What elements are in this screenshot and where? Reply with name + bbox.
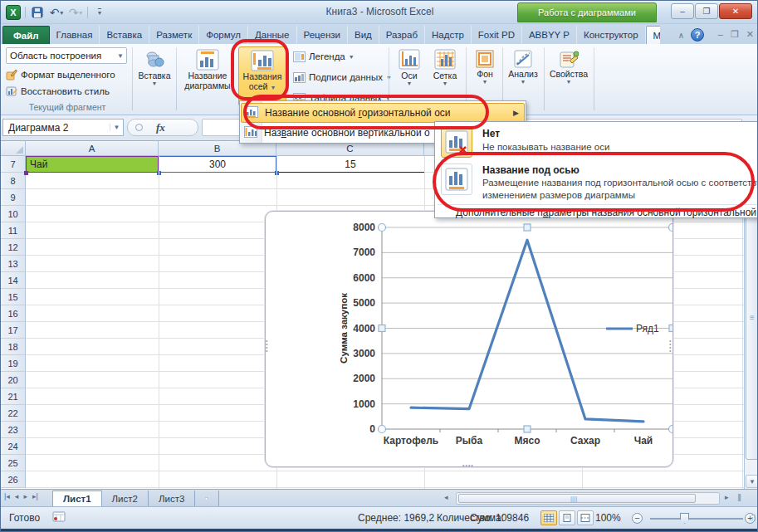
help-button[interactable]: ? — [691, 28, 704, 41]
gridlines-button[interactable]: Сетка ▼ — [428, 46, 462, 87]
data-labels-button[interactable]: Подписи данных▼ — [293, 69, 392, 85]
row-header-26[interactable]: 26 — [1, 471, 26, 488]
row-header-19[interactable]: 19 — [1, 355, 26, 372]
name-box[interactable]: Диаграмма 2 ▼ — [2, 119, 124, 136]
chart-series-line[interactable] — [411, 240, 643, 422]
row-header-7[interactable]: 7 — [1, 156, 26, 173]
submenu-item-more-options[interactable]: Дополнительные параметры названия основн… — [456, 207, 758, 218]
chart-grip-icon[interactable]: •••• — [669, 339, 672, 353]
reset-style-button[interactable]: Восстановить стиль — [6, 83, 110, 99]
column-header-A[interactable]: A — [26, 141, 159, 156]
chart-title-button[interactable]: Название диаграммы — [180, 46, 235, 90]
selection-handle[interactable] — [524, 224, 531, 231]
selection-handle[interactable] — [669, 325, 672, 332]
ribbon-tab-ABBYY P[interactable]: ABBYY P — [522, 26, 577, 44]
selection-handle[interactable] — [379, 426, 386, 433]
scroll-down-icon[interactable]: ▼ — [746, 475, 758, 488]
restore-button[interactable]: ❐ — [695, 3, 718, 19]
first-sheet-icon[interactable]: |◂ — [4, 492, 10, 500]
chart-element-selector[interactable]: Область построения ▼ — [6, 47, 127, 64]
selection-handle[interactable] — [524, 426, 531, 432]
row-header-12[interactable]: 12 — [1, 239, 26, 256]
row-header-13[interactable]: 13 — [1, 256, 26, 272]
row-header-18[interactable]: 18 — [1, 339, 26, 355]
row-header-15[interactable]: 15 — [1, 289, 26, 305]
zoom-slider-thumb[interactable] — [680, 513, 689, 524]
row-header-17[interactable]: 17 — [1, 322, 26, 339]
workbook-restore-button[interactable]: ❐ — [731, 29, 739, 40]
row-header-14[interactable]: 14 — [1, 272, 26, 289]
chevron-down-icon[interactable]: ▼ — [110, 124, 123, 131]
ribbon-tab-Главная[interactable]: Главная — [50, 26, 100, 44]
row-header-16[interactable]: 16 — [1, 305, 26, 322]
chevron-down-icon[interactable]: ▼ — [115, 52, 126, 60]
sheet-tab-Лист3[interactable]: Лист3 — [148, 491, 195, 507]
ribbon-tab-Вид[interactable]: Вид — [348, 26, 379, 44]
cell-C7[interactable]: 15 — [276, 156, 424, 173]
row-header-11[interactable]: 11 — [1, 222, 26, 239]
axes-button[interactable]: Оси ▼ — [393, 46, 426, 87]
ribbon-tab-Макет[interactable]: Макет — [646, 26, 660, 44]
sheet-tab-Лист2[interactable]: Лист2 — [101, 491, 149, 507]
select-all-corner[interactable] — [1, 141, 26, 156]
resize-grip-icon[interactable]: ⠿ — [751, 514, 757, 523]
excel-logo-icon[interactable]: X — [6, 5, 21, 20]
menu-item-horizontal-axis-title[interactable]: Название основной горизонтальной оси ▶ — [241, 103, 525, 123]
ribbon-tab-Вставка[interactable]: Вставка — [100, 26, 149, 44]
normal-view-button[interactable] — [540, 510, 557, 525]
insert-worksheet-button[interactable]: * — [194, 491, 219, 507]
row-header-8[interactable]: 8 — [1, 173, 26, 189]
sheet-tab-Лист1[interactable]: Лист1 — [52, 491, 102, 507]
horizontal-scrollbar[interactable] — [456, 492, 720, 505]
next-sheet-icon[interactable]: ▸ — [23, 492, 27, 500]
ribbon-tab-Данные[interactable]: Данные — [248, 26, 297, 44]
ribbon-tab-Foxit PD[interactable]: Foxit PD — [472, 26, 522, 44]
horizontal-scrollbar-thumb[interactable] — [458, 494, 696, 503]
vertical-scrollbar-thumb[interactable] — [746, 178, 758, 460]
format-selection-button[interactable]: Формат выделенного — [6, 66, 115, 82]
page-break-view-button[interactable] — [577, 510, 594, 525]
selection-handle[interactable] — [669, 426, 673, 433]
row-header-20[interactable]: 20 — [1, 372, 26, 388]
ribbon-tab-Рецензи[interactable]: Рецензи — [297, 26, 348, 44]
close-button[interactable]: ✕ — [719, 3, 752, 19]
selection-handle[interactable] — [379, 325, 385, 332]
zoom-out-button[interactable]: − — [632, 513, 643, 524]
prev-sheet-icon[interactable]: ◂ — [15, 492, 19, 500]
axis-titles-button[interactable]: Названия осей ▼ — [238, 46, 286, 106]
insert-shapes-button[interactable]: Вставка ▼ — [135, 46, 174, 87]
redo-button[interactable]: ↷▾ — [68, 5, 83, 20]
scroll-right-icon[interactable]: ▸ — [725, 493, 729, 501]
zoom-slider-track[interactable] — [650, 518, 743, 520]
properties-button[interactable]: Свойства ▼ — [547, 46, 590, 85]
ribbon-tab-Конструктор[interactable]: Конструктор — [577, 26, 646, 44]
analysis-button[interactable]: Анализ ▼ — [506, 46, 540, 85]
selection-handle[interactable] — [669, 224, 673, 232]
last-sheet-icon[interactable]: ▸| — [32, 492, 38, 500]
row-header-22[interactable]: 22 — [1, 405, 26, 422]
ribbon-tab-Разраб[interactable]: Разраб — [379, 26, 425, 44]
row-header-9[interactable]: 9 — [1, 189, 26, 206]
macro-record-icon[interactable] — [52, 511, 66, 525]
cell-B7[interactable]: 300 — [159, 156, 276, 173]
cell-A7[interactable]: Чай — [26, 156, 159, 173]
chart-object[interactable]: 010002000300040005000600070008000Картофе… — [265, 211, 673, 467]
ribbon-tab-Формул[interactable]: Формул — [199, 26, 248, 44]
row-header-25[interactable]: 25 — [1, 455, 26, 471]
collapse-ribbon-icon[interactable]: ∧ — [678, 31, 684, 40]
chart-grip-icon[interactable]: •••• — [266, 339, 269, 353]
selection-handle[interactable] — [379, 224, 386, 232]
workbook-close-button[interactable]: ✕ — [746, 29, 754, 40]
row-header-21[interactable]: 21 — [1, 388, 26, 405]
minimize-button[interactable]: – — [671, 3, 694, 19]
customize-toolbar-button[interactable]: ▾ — [92, 5, 107, 20]
ribbon-tab-Файл[interactable]: Файл — [2, 26, 50, 44]
chart-grip-icon[interactable]: •••• — [462, 464, 474, 467]
row-header-23[interactable]: 23 — [1, 422, 26, 438]
row-header-10[interactable]: 10 — [1, 206, 26, 222]
page-layout-view-button[interactable] — [559, 510, 575, 525]
background-button[interactable]: Фон ▼ — [469, 46, 501, 85]
undo-button[interactable]: ↶▾ — [49, 5, 64, 20]
range-handle[interactable] — [24, 171, 28, 175]
ribbon-tab-Разметк[interactable]: Разметк — [149, 26, 199, 44]
